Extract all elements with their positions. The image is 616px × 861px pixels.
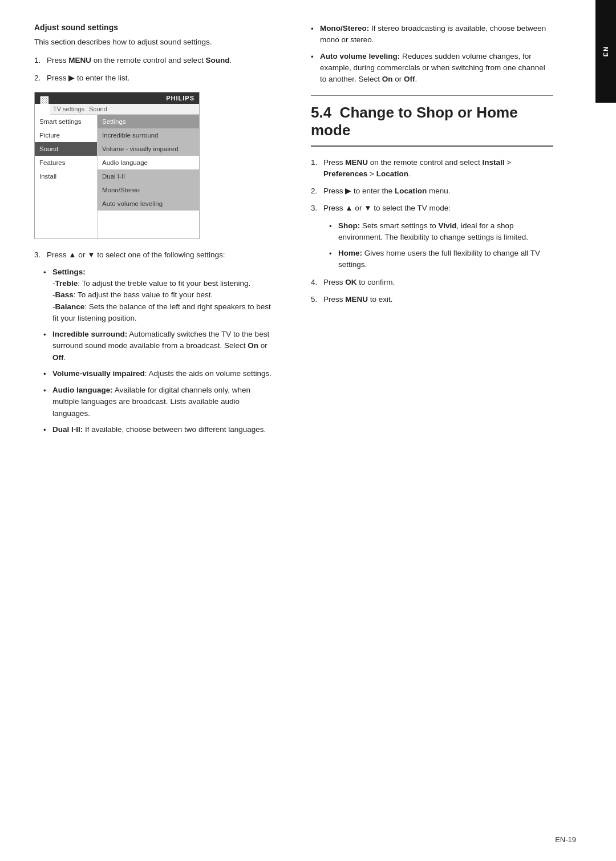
right-dual: Dual I-II xyxy=(98,169,199,183)
bullet-home-mode: • Home: Gives home users the full flexib… xyxy=(329,248,553,271)
bullet-dot-shop: • xyxy=(329,220,338,232)
step-1-text: Press MENU on the remote control and sel… xyxy=(47,55,277,66)
bullet-mono-stereo: • Mono/Stereo: If stereo broadcasting is… xyxy=(311,23,553,46)
mode-bullets: • Shop: Sets smart settings to Vivid, id… xyxy=(329,220,553,271)
sound-settings-bullets: • Settings: -Treble: To adjust the trebl… xyxy=(43,266,277,436)
bullet-settings: • Settings: -Treble: To adjust the trebl… xyxy=(43,266,277,324)
menu-empty-1 xyxy=(35,183,97,197)
right-mono-stereo: Mono/Stereo xyxy=(98,183,199,197)
tv-menu-left-panel: Smart settings Picture Sound Features In… xyxy=(35,115,98,239)
menu-features: Features xyxy=(35,156,97,169)
bullet-dot-home: • xyxy=(329,248,338,260)
shop-step-2: 2. Press ▶ to enter the Location menu. xyxy=(311,185,553,197)
bullet-dot-dual: • xyxy=(43,424,52,436)
shop-step-3-text: Press ▲ or ▼ to select the TV mode: xyxy=(323,203,553,214)
shop-step-1: 1. Press MENU on the remote control and … xyxy=(311,157,553,180)
shop-step-5-num: 5. xyxy=(311,294,323,305)
bullet-text-impaired: Volume-visually impaired: Adjusts the ai… xyxy=(52,368,277,379)
content-area: Adjust sound settings This section descr… xyxy=(0,0,616,861)
shop-step-1-num: 1. xyxy=(311,157,323,180)
tv-menu-screenshot: ▩ PHILIPS TV settings Sound Smart settin… xyxy=(34,92,200,239)
right-empty-1 xyxy=(98,211,199,224)
bullet-text-auto: Auto volume leveling: Reduces sudden vol… xyxy=(320,51,553,86)
bullet-shop-mode: • Shop: Sets smart settings to Vivid, id… xyxy=(329,220,553,244)
bullet-dot-impaired: • xyxy=(43,368,52,380)
language-label: EN xyxy=(602,46,609,56)
step-3-text: Press ▲ or ▼ to select one of the follow… xyxy=(47,249,277,261)
menu-install: Install xyxy=(35,169,97,183)
menu-sound: Sound xyxy=(35,142,97,156)
bullet-text-dual: Dual I-II: If available, choose between … xyxy=(52,424,277,435)
shop-step-2-num: 2. xyxy=(311,185,323,197)
bullet-text-mono: Mono/Stereo: If stereo broadcasting is a… xyxy=(320,23,553,46)
step-2-num: 2. xyxy=(34,72,47,84)
step-3: 3. Press ▲ or ▼ to select one of the fol… xyxy=(34,249,277,261)
tv-menu-breadcrumb: TV settings Sound xyxy=(50,104,199,115)
bullet-dot-audio: • xyxy=(43,385,52,397)
section-intro: This section describes how to adjust sou… xyxy=(34,37,277,48)
page: EN Adjust sound settings This section de… xyxy=(0,0,616,861)
shop-step-5-text: Press MENU to exit. xyxy=(323,294,553,305)
chapter-heading: 5.4 Change to Shop or Home mode xyxy=(311,104,553,146)
step-2: 2. Press ▶ to enter the list. xyxy=(34,72,277,84)
bullet-dot-mono: • xyxy=(311,23,320,35)
chapter-num: 5.4 xyxy=(311,104,331,121)
menu-picture: Picture xyxy=(35,128,97,142)
bullet-auto-volume: • Auto volume leveling: Reduces sudden v… xyxy=(311,51,553,86)
breadcrumb-right: Sound xyxy=(89,106,107,112)
breadcrumb-left: TV settings xyxy=(53,106,84,112)
right-incredible-surround: Incredible surround xyxy=(98,128,199,142)
shop-step-2-text: Press ▶ to enter the Location menu. xyxy=(323,185,553,197)
shop-step-4-num: 4. xyxy=(311,277,323,288)
bullet-text-shop: Shop: Sets smart settings to Vivid, idea… xyxy=(338,220,553,244)
tv-menu-right-panel: Settings Incredible surround Volume - vi… xyxy=(98,115,199,239)
bullet-text-home: Home: Gives home users the full flexibil… xyxy=(338,248,553,271)
tv-menu-body: Smart settings Picture Sound Features In… xyxy=(35,115,199,239)
right-column: • Mono/Stereo: If stereo broadcasting is… xyxy=(299,23,582,838)
step-1-num: 1. xyxy=(34,55,47,66)
bullet-audio-language: • Audio language: Available for digital … xyxy=(43,385,277,419)
bullet-volume-impaired: • Volume-visually impaired: Adjusts the … xyxy=(43,368,277,380)
shop-step-3-num: 3. xyxy=(311,203,323,214)
bullet-text-surround: Incredible surround: Automatically switc… xyxy=(52,329,277,363)
step-2-text: Press ▶ to enter the list. xyxy=(47,72,277,84)
menu-empty-2 xyxy=(35,197,97,211)
right-empty-2 xyxy=(98,225,199,239)
bullet-dot-settings: • xyxy=(43,266,52,278)
bullet-dual: • Dual I-II: If available, choose betwee… xyxy=(43,424,277,436)
step-1: 1. Press MENU on the remote control and … xyxy=(34,55,277,66)
bullet-dot-auto: • xyxy=(311,51,320,63)
left-column: Adjust sound settings This section descr… xyxy=(34,23,299,838)
right-audio-language: Audio language xyxy=(98,156,199,169)
bullet-dot-surround: • xyxy=(43,329,52,341)
shop-step-1-text: Press MENU on the remote control and sel… xyxy=(323,157,553,180)
right-auto-volume: Auto volume leveling xyxy=(98,197,199,211)
shop-step-3: 3. Press ▲ or ▼ to select the TV mode: xyxy=(311,203,553,214)
tv-menu-brand: ▩ PHILIPS xyxy=(35,92,199,104)
top-bullets: • Mono/Stereo: If stereo broadcasting is… xyxy=(311,23,553,85)
language-tab: EN xyxy=(595,0,616,103)
step-3-num: 3. xyxy=(34,249,47,261)
shop-step-4: 4. Press OK to confirm. xyxy=(311,277,553,288)
bullet-text-settings: Settings: -Treble: To adjust the treble … xyxy=(52,266,277,324)
shop-step-4-text: Press OK to confirm. xyxy=(323,277,553,288)
shop-step-5: 5. Press MENU to exit. xyxy=(311,294,553,305)
adjust-sound-heading: Adjust sound settings xyxy=(34,23,277,32)
bullet-text-audio: Audio language: Available for digital ch… xyxy=(52,385,277,419)
bullet-incredible-surround: • Incredible surround: Automatically swi… xyxy=(43,329,277,363)
right-volume-impaired: Volume - visually impaired xyxy=(98,142,199,156)
page-number: EN-19 xyxy=(555,835,576,844)
menu-smart-settings: Smart settings xyxy=(35,115,97,128)
right-settings: Settings xyxy=(98,115,199,128)
section-divider xyxy=(311,95,553,96)
